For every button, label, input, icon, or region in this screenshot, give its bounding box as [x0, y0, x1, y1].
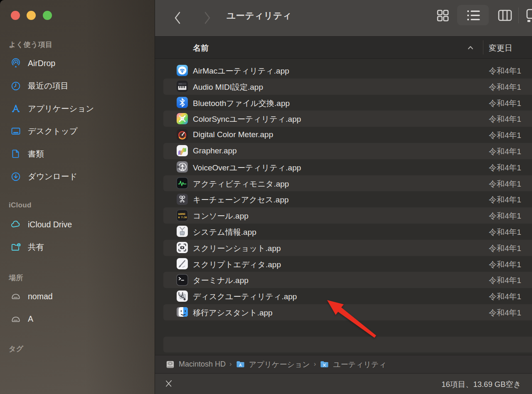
file-name: スクリプトエディタ.app	[193, 259, 281, 270]
clock-icon	[10, 81, 21, 91]
hard-drive-icon	[10, 314, 21, 325]
shared-folder-icon	[10, 242, 21, 253]
file-date-modified: 令和4年1	[489, 243, 521, 254]
utilities-x-icon	[164, 379, 173, 388]
file-row[interactable]: VoiceOverユーティリティ.app令和4年1	[155, 159, 532, 175]
gallery-view-button[interactable]	[525, 7, 532, 24]
path-item-label: Macintosh HD	[179, 360, 226, 369]
file-row[interactable]: AirMacユーティリティ.app令和4年1	[155, 62, 532, 79]
grid-view-icon	[438, 10, 442, 15]
sidebar-item-書類[interactable]: 書類	[0, 143, 155, 165]
column-view-button[interactable]	[496, 7, 514, 24]
status-bar: 16項目、13.69 GB空き	[155, 373, 532, 394]
activity-monitor-icon	[176, 177, 188, 189]
file-date-modified: 令和4年1	[489, 98, 521, 109]
sidebar-item-ダウンロード[interactable]: ダウンロード	[0, 165, 155, 188]
file-name: システム情報.app	[193, 227, 256, 238]
list-view-button[interactable]	[465, 7, 483, 24]
folder-a-icon	[236, 360, 245, 369]
disk-utility-icon	[176, 290, 188, 302]
file-row[interactable]: Grapher.app令和4年1	[163, 143, 532, 159]
file-row[interactable]: Audio MIDI設定.app令和4年1	[163, 79, 532, 95]
file-list: AirMacユーティリティ.app令和4年1Audio MIDI設定.app令和…	[155, 59, 532, 355]
column-separator[interactable]	[483, 40, 483, 54]
file-name: ターミナル.app	[193, 275, 249, 286]
file-date-modified: 令和4年1	[489, 291, 521, 302]
file-name: コンソール.app	[193, 211, 249, 222]
migration-assistant-icon	[176, 306, 188, 318]
file-row[interactable]: ColorSyncユーティリティ.app令和4年1	[163, 111, 532, 127]
file-row[interactable]: ディスクユーティリティ.app令和4年1	[155, 288, 532, 304]
sidebar-item-label: A	[28, 314, 33, 324]
list-header: 名前 変更日	[155, 37, 532, 59]
path-item[interactable]: Macintosh HD	[165, 360, 226, 369]
sidebar-section-header: よく使う項目	[9, 40, 52, 49]
sidebar-item-airdrop[interactable]: AirDrop	[0, 52, 155, 75]
download-icon	[10, 171, 21, 182]
sidebar-item-label: 最近の項目	[28, 80, 69, 91]
file-name: Grapher.app	[193, 146, 237, 155]
forward-button[interactable]	[201, 9, 213, 27]
sidebar-section-header: タグ	[9, 344, 23, 354]
file-row[interactable]: Digital Color Meter.app令和4年1	[155, 127, 532, 143]
bluetooth-icon	[176, 96, 188, 108]
path-item[interactable]: アプリケーション	[236, 360, 310, 369]
file-name: ColorSyncユーティリティ.app	[193, 114, 301, 125]
system-info-icon	[176, 225, 188, 237]
toolbar: ユーティリティ	[155, 0, 532, 37]
sidebar-item-nomad[interactable]: nomad	[0, 285, 155, 308]
file-name: Digital Color Meter.app	[193, 130, 273, 139]
file-row[interactable]: 移行アシスタント.app令和4年1	[163, 304, 532, 320]
sort-ascending-icon	[467, 44, 474, 52]
file-date-modified: 令和4年1	[489, 146, 521, 157]
sidebar-item-label: デスクトップ	[28, 126, 78, 137]
sidebar-item-label: アプリケーション	[28, 103, 94, 114]
close-button[interactable]	[11, 11, 20, 20]
svg-text:W 7:36: W 7:36	[178, 216, 187, 218]
finder-window: よく使う項目AirDrop最近の項目アプリケーションデスクトップ書類ダウンロード…	[0, 0, 532, 394]
file-name: スクリーンショット.app	[193, 243, 281, 254]
sidebar-item-label: 共有	[28, 241, 44, 253]
file-date-modified: 令和4年1	[489, 82, 521, 93]
document-icon	[10, 148, 21, 159]
mini-drive-icon	[165, 360, 175, 369]
file-row[interactable]: システム情報.app令和4年1	[155, 224, 532, 240]
path-item[interactable]: ユーティリティ	[320, 360, 387, 369]
back-button[interactable]	[172, 9, 184, 27]
file-name: ディスクユーティリティ.app	[193, 291, 297, 302]
sidebar-item-デスクトップ[interactable]: デスクトップ	[0, 120, 155, 143]
sidebar-item-共有[interactable]: 共有	[0, 236, 155, 259]
sidebar-item-アプリケーション[interactable]: アプリケーション	[0, 97, 155, 120]
screenshot-icon	[176, 241, 188, 254]
file-date-modified: 令和4年1	[489, 114, 521, 125]
content-pane: ユーティリティ 名前 変更日 AirMacユーティリティ.a	[155, 0, 532, 394]
file-date-modified: 令和4年1	[489, 195, 521, 205]
zoom-button[interactable]	[43, 11, 52, 20]
keychain-icon	[176, 193, 188, 205]
file-date-modified: 令和4年1	[489, 227, 521, 238]
column-header-name[interactable]: 名前	[193, 43, 209, 54]
sidebar-item-最近の項目[interactable]: 最近の項目	[0, 75, 155, 98]
voiceover-icon	[176, 161, 188, 173]
sidebar-item-a[interactable]: A	[0, 308, 155, 331]
file-date-modified: 令和4年1	[489, 259, 521, 270]
file-row[interactable]: キーチェーンアクセス.app令和4年1	[155, 191, 532, 207]
file-row[interactable]: ターミナル.app令和4年1	[163, 272, 532, 288]
file-date-modified: 令和4年1	[489, 275, 521, 286]
file-row[interactable]: スクリーンショット.app令和4年1	[163, 240, 532, 256]
icon-view-button[interactable]	[434, 7, 451, 24]
console-icon: WARNIW 7:36	[176, 209, 188, 222]
file-row[interactable]: Bluetoothファイル交換.app令和4年1	[155, 95, 532, 111]
sidebar-item-icloud-drive[interactable]: iCloud Drive	[0, 213, 155, 236]
file-row[interactable]: アクティビティモニタ.app令和4年1	[163, 175, 532, 192]
column-header-date[interactable]: 変更日	[489, 43, 512, 54]
file-date-modified: 令和4年1	[489, 66, 521, 76]
file-name: キーチェーンアクセス.app	[193, 195, 289, 205]
chevron-left-icon	[175, 12, 180, 23]
minimize-button[interactable]	[27, 11, 36, 20]
audio-midi-icon	[176, 80, 188, 92]
sidebar: よく使う項目AirDrop最近の項目アプリケーションデスクトップ書類ダウンロード…	[0, 0, 155, 394]
file-row[interactable]: スクリプトエディタ.app令和4年1	[155, 256, 532, 272]
file-row[interactable]: WARNIW 7:36コンソール.app令和4年1	[163, 207, 532, 224]
empty-row	[163, 337, 532, 353]
